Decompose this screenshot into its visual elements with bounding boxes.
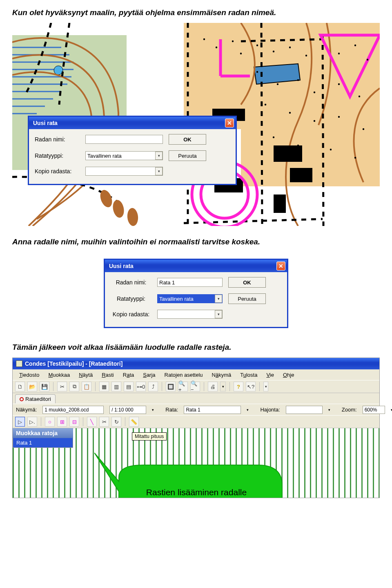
ok-button[interactable]: OK — [169, 134, 206, 145]
zoom-field[interactable] — [363, 406, 385, 414]
cut-icon[interactable]: ✂ — [57, 382, 67, 391]
svg-point-27 — [240, 53, 242, 54]
zoom-out-icon[interactable]: 🔍− — [190, 382, 200, 391]
grid1-icon[interactable]: ▦ — [99, 382, 109, 391]
ok-button[interactable]: OK — [228, 277, 266, 288]
save-icon[interactable]: 💾 — [40, 382, 49, 391]
svg-point-46 — [363, 128, 364, 130]
menu-asettelu[interactable]: Ratojen asettelu — [160, 371, 207, 379]
svg-point-26 — [232, 40, 234, 42]
svg-rect-17 — [290, 168, 312, 182]
chevron-down-icon[interactable]: ▾ — [155, 152, 163, 160]
view-field[interactable] — [42, 406, 104, 414]
chevron-down-icon[interactable]: ▾ — [220, 382, 226, 391]
add-start-tool-icon[interactable]: ⊞ — [57, 417, 67, 427]
course-name-input[interactable] — [157, 278, 223, 287]
svg-point-37 — [277, 83, 278, 85]
menu-rata[interactable]: Rata — [119, 371, 138, 379]
whatsthis-icon[interactable]: ↖? — [246, 382, 256, 391]
new-icon[interactable]: 🗋 — [15, 382, 25, 391]
menu-nakyma[interactable]: Näkymä — [208, 371, 236, 379]
label-copy-from: Kopio radasta: — [35, 168, 80, 174]
zoom-in-icon[interactable]: 🔍+ — [178, 382, 188, 391]
cut-line-tool-icon[interactable]: ✂ — [99, 417, 109, 427]
svg-point-50 — [354, 157, 356, 159]
menu-nayta[interactable]: Näytä — [75, 371, 97, 379]
svg-point-34 — [354, 45, 356, 46]
zoom-extent-icon[interactable]: 🔲 — [166, 382, 176, 391]
add-control-tool-icon[interactable]: ○ — [45, 417, 55, 427]
close-button[interactable]: ✕ — [225, 118, 234, 127]
course-type-combo[interactable]: ▾ — [85, 151, 163, 160]
rotate-tool-icon[interactable]: ↻ — [111, 417, 121, 427]
control-icon[interactable]: ⊶0 — [136, 382, 146, 391]
map-canvas[interactable]: Muokkaa ratoja Rata 1 Mitattu pituus Ras… — [13, 428, 379, 498]
course-type-combo[interactable]: ▾ — [157, 294, 223, 303]
close-icon: ✕ — [278, 263, 283, 269]
course-type-value[interactable] — [157, 294, 223, 303]
menu-ohje[interactable]: Ohje — [279, 371, 298, 379]
menu-muokkaa[interactable]: Muokkaa — [44, 371, 74, 379]
dialog-title: Uusi rata — [33, 120, 58, 126]
measure-tool-icon[interactable]: 📏 — [129, 417, 139, 427]
menu-sarja[interactable]: Sarja — [139, 371, 159, 379]
svg-point-49 — [330, 149, 332, 150]
dialog-titlebar: Uusi rata ✕ — [105, 260, 287, 272]
chevron-down-icon[interactable]: ▾ — [328, 408, 330, 412]
courses-panel: Muokkaa ratoja Rata 1 — [13, 428, 73, 448]
overflow-icon[interactable]: ▾ — [263, 382, 268, 391]
chevron-down-icon[interactable]: ▾ — [247, 408, 249, 412]
menu-rasti[interactable]: Rasti — [98, 371, 118, 379]
svg-point-43 — [289, 112, 291, 114]
svg-point-45 — [338, 116, 340, 118]
svg-point-32 — [322, 47, 323, 48]
svg-point-38 — [297, 79, 299, 81]
menu-bar: Tiedosto Muokkaa Näytä Rasti Rata Sarja … — [13, 369, 379, 380]
chevron-down-icon[interactable]: ▾ — [152, 408, 154, 412]
copy-from-value[interactable] — [85, 167, 163, 176]
add-finish-tool-icon[interactable]: ⊟ — [69, 417, 79, 427]
callout-text: Rastien lisääminen radalle — [146, 487, 247, 497]
select-tool-icon[interactable]: ▷ — [15, 417, 25, 427]
grid2-icon[interactable]: ▥ — [111, 382, 121, 391]
copy-from-value[interactable] — [157, 310, 223, 319]
line-tool-icon[interactable]: ╲ — [87, 417, 97, 427]
paste-icon[interactable]: 📋 — [82, 382, 91, 391]
scale-field[interactable] — [109, 406, 146, 414]
close-icon: ✕ — [227, 120, 232, 126]
tab-label: Rataeditori — [25, 396, 51, 402]
course-list-item[interactable]: Rata 1 — [13, 438, 73, 447]
chevron-down-icon[interactable]: ▾ — [155, 167, 163, 175]
close-button[interactable]: ✕ — [276, 262, 285, 271]
export-icon[interactable]: ⤴ — [148, 382, 158, 391]
svg-point-47 — [273, 136, 274, 138]
chevron-down-icon[interactable]: ▾ — [215, 295, 222, 303]
rata-field[interactable] — [184, 406, 241, 414]
svg-point-24 — [203, 38, 205, 40]
label-copy-from: Kopio radasta: — [111, 311, 151, 317]
copy-icon[interactable]: ⧉ — [69, 382, 79, 391]
copy-from-combo[interactable]: ▾ — [157, 310, 223, 319]
cancel-button[interactable]: Peruuta — [228, 293, 266, 304]
course-name-input[interactable] — [85, 135, 163, 144]
select-area-tool-icon[interactable]: ▷. — [27, 417, 37, 427]
menu-tulosta[interactable]: Tulosta — [236, 371, 261, 379]
menu-tiedosto[interactable]: Tiedosto — [15, 371, 43, 379]
tab-rataeditori[interactable]: Rataeditori — [15, 394, 56, 403]
print-icon[interactable]: 🖨 — [208, 382, 218, 391]
cancel-button[interactable]: Peruuta — [169, 150, 206, 161]
help-icon[interactable]: ? — [234, 382, 243, 391]
zoom-label: Zoom: — [342, 407, 357, 413]
course-type-value[interactable] — [85, 151, 163, 160]
tools-toolbar: ▷ ▷. ○ ⊞ ⊟ ╲ ✂ ↻ 📏 — [13, 415, 379, 428]
grid3-icon[interactable]: ▤ — [124, 382, 134, 391]
map-screenshot: Uusi rata ✕ Radan nimi: OK Ratatyyppi: ▾… — [12, 23, 380, 226]
copy-from-combo[interactable]: ▾ — [85, 167, 163, 176]
chevron-down-icon[interactable]: ▾ — [391, 408, 392, 412]
chevron-down-icon[interactable]: ▾ — [215, 310, 222, 318]
hajonta-field[interactable] — [286, 406, 323, 414]
open-icon[interactable]: 📂 — [27, 382, 37, 391]
app-icon — [16, 360, 22, 367]
menu-vie[interactable]: Vie — [262, 371, 278, 379]
svg-point-30 — [289, 47, 291, 48]
